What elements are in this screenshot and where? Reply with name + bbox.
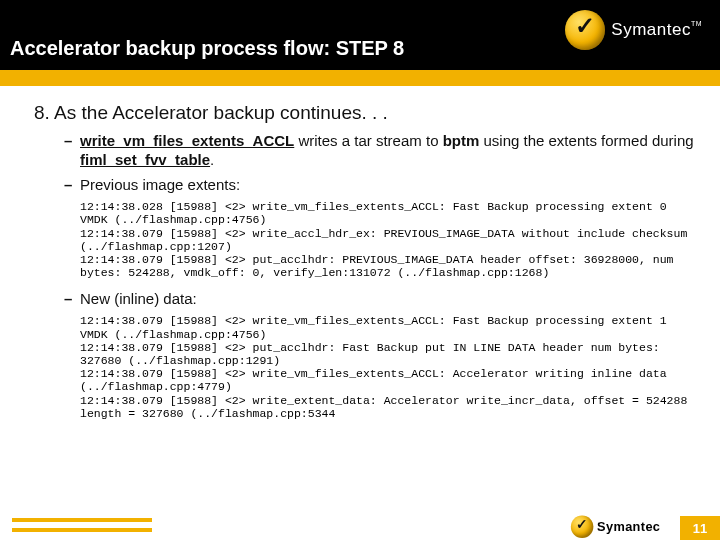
slide-body: 8. As the Accelerator backup continues. … — [0, 86, 720, 420]
section-heading: 8. As the Accelerator backup continues. … — [34, 102, 700, 124]
slide-footer: Symantec 11 — [0, 508, 720, 540]
footer-accent-lines — [12, 518, 152, 532]
brand-logo: SymantecTM — [565, 10, 702, 50]
footer-brand-name: Symantec — [597, 519, 660, 534]
brand-name: SymantecTM — [611, 20, 702, 40]
slide-header: Accelerator backup process flow: STEP 8 … — [0, 0, 720, 70]
footer-brand-logo: Symantec — [571, 516, 660, 539]
log-block-2: 12:14:38.079 [15988] <2> write_vm_files_… — [80, 314, 700, 420]
symantec-check-icon — [571, 516, 594, 539]
slide: Accelerator backup process flow: STEP 8 … — [0, 0, 720, 540]
symantec-check-icon — [565, 10, 605, 50]
page-number: 11 — [680, 516, 720, 540]
accent-bar — [0, 70, 720, 86]
bullet-3: New (inline) data: — [64, 290, 700, 309]
bullet-1: write_vm_files_extents_ACCL writes a tar… — [64, 132, 700, 170]
log-block-1: 12:14:38.028 [15988] <2> write_vm_files_… — [80, 200, 700, 279]
slide-title: Accelerator backup process flow: STEP 8 — [10, 37, 404, 60]
bullet-2: Previous image extents: — [64, 176, 700, 195]
